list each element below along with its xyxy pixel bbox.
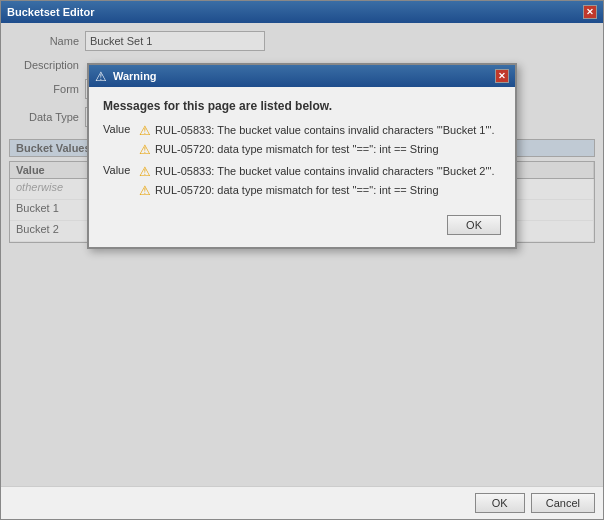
value-label-2: Value [103, 164, 133, 201]
warning-icon-2: ⚠ [139, 142, 151, 158]
warning-body: Messages for this page are listed below.… [89, 87, 515, 247]
warning-text-2-1: RUL-05833: The bucket value contains inv… [155, 164, 495, 179]
warning-msg-row: ⚠ RUL-05833: The bucket value contains i… [139, 164, 501, 180]
warning-msg-row: ⚠ RUL-05833: The bucket value contains i… [139, 123, 501, 139]
warning-heading: Messages for this page are listed below. [103, 99, 501, 113]
ok-button[interactable]: OK [475, 493, 525, 513]
warning-ok-button[interactable]: OK [447, 215, 501, 235]
warning-msg-row: ⚠ RUL-05720: data type mismatch for test… [139, 183, 501, 199]
warning-dialog: ⚠ Warning ✕ Messages for this page are l… [87, 63, 517, 249]
warning-title-bar: ⚠ Warning ✕ [89, 65, 515, 87]
warning-ok-row: OK [103, 205, 501, 235]
cancel-button[interactable]: Cancel [531, 493, 595, 513]
warning-close-button[interactable]: ✕ [495, 69, 509, 83]
title-bar: Bucketset Editor ✕ [1, 1, 603, 23]
warning-messages-1: ⚠ RUL-05833: The bucket value contains i… [139, 123, 501, 160]
warning-dialog-title: Warning [113, 70, 157, 82]
bottom-buttons: OK Cancel [1, 486, 603, 519]
warning-text-1-2: RUL-05720: data type mismatch for test "… [155, 142, 439, 157]
warning-icon-1: ⚠ [139, 123, 151, 139]
window-title: Bucketset Editor [7, 6, 94, 18]
modal-overlay: ⚠ Warning ✕ Messages for this page are l… [1, 23, 603, 486]
warning-text-1-1: RUL-05833: The bucket value contains inv… [155, 123, 495, 138]
warning-messages-2: ⚠ RUL-05833: The bucket value contains i… [139, 164, 501, 201]
main-content: Name Description Form Data Type Bucket V… [1, 23, 603, 486]
warning-icon-4: ⚠ [139, 183, 151, 199]
window-close-button[interactable]: ✕ [583, 5, 597, 19]
warning-icon-3: ⚠ [139, 164, 151, 180]
warning-text-2-2: RUL-05720: data type mismatch for test "… [155, 183, 439, 198]
warning-group-1: Value ⚠ RUL-05833: The bucket value cont… [103, 123, 501, 160]
warning-title-icon: ⚠ [95, 69, 107, 84]
main-window: Bucketset Editor ✕ Name Description Form… [0, 0, 604, 520]
warning-title-content: ⚠ Warning [95, 69, 157, 84]
warning-msg-row: ⚠ RUL-05720: data type mismatch for test… [139, 142, 501, 158]
warning-group-2: Value ⚠ RUL-05833: The bucket value cont… [103, 164, 501, 201]
value-label-1: Value [103, 123, 133, 160]
